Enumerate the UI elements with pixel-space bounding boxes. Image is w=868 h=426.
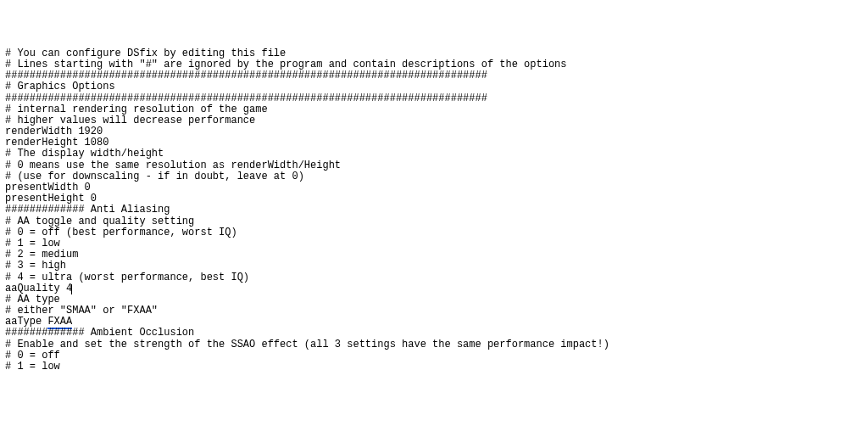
config-line[interactable]: # 0 = off — [5, 350, 863, 362]
config-line[interactable]: renderWidth 1920 — [5, 126, 863, 137]
text-caret — [71, 284, 72, 294]
config-line[interactable]: # higher values will decrease performanc… — [5, 115, 863, 126]
config-line[interactable]: # You can configure DSfix by editing thi… — [5, 48, 863, 59]
config-line[interactable]: # AA toggle and quality setting — [5, 216, 863, 227]
config-line[interactable]: # (use for downscaling - if in doubt, le… — [5, 171, 863, 182]
config-line[interactable]: # 1 = low — [5, 238, 863, 249]
config-line[interactable]: # Graphics Options — [5, 81, 863, 92]
config-line[interactable]: ########################################… — [5, 70, 863, 81]
config-line[interactable]: # The display width/height — [5, 149, 863, 160]
config-line[interactable]: ########################################… — [5, 93, 863, 104]
config-line[interactable]: presentWidth 0 — [5, 182, 863, 193]
config-line[interactable]: # Enable and set the strength of the SSA… — [5, 339, 863, 350]
config-line[interactable]: # 1 = low — [5, 362, 863, 373]
config-line[interactable]: aaQuality 4 — [5, 283, 863, 294]
config-line[interactable]: # 3 = high — [5, 261, 863, 272]
config-line[interactable]: # either "SMAA" or "FXAA" — [5, 305, 863, 317]
config-line[interactable]: ############# Anti Aliasing — [5, 205, 863, 216]
config-line[interactable]: # 2 = medium — [5, 249, 863, 261]
config-line[interactable]: # 0 = off (best performance, worst IQ) — [5, 227, 863, 238]
config-line[interactable]: ############# Ambient Occlusion — [5, 328, 863, 339]
config-line[interactable]: # 0 means use the same resolution as ren… — [5, 160, 863, 171]
text-editor-content[interactable]: # You can configure DSfix by editing thi… — [5, 48, 863, 373]
config-line[interactable]: # 4 = ultra (worst performance, best IQ) — [5, 272, 863, 283]
config-line[interactable]: # internal rendering resolution of the g… — [5, 104, 863, 115]
